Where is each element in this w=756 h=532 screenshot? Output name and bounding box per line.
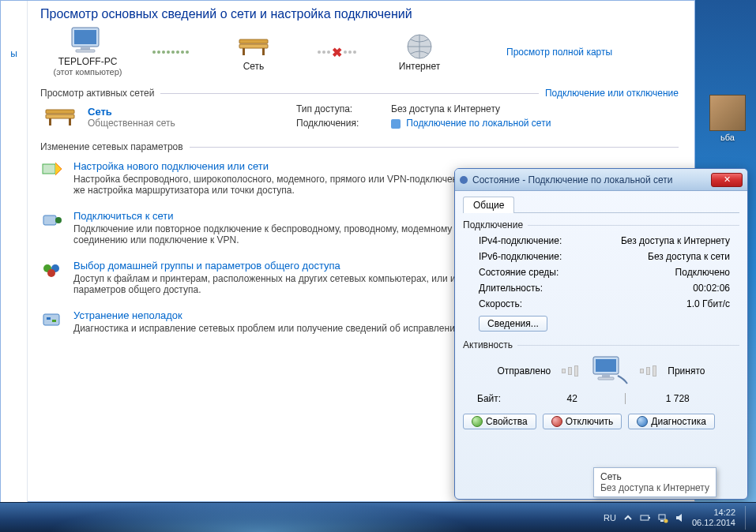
active-networks-header: Просмотр активных сетей Подключение или … bbox=[40, 88, 679, 99]
tab-general[interactable]: Общие bbox=[463, 197, 514, 213]
tray-up-icon[interactable] bbox=[622, 512, 634, 523]
tray-clock[interactable]: 14:22 06.12.2014 bbox=[692, 508, 735, 526]
svg-rect-5 bbox=[239, 44, 268, 48]
properties-button-label: Свойства bbox=[486, 416, 528, 427]
map-pc-label: TEPLOFF-PC bbox=[58, 56, 118, 67]
wizard-icon bbox=[40, 160, 64, 181]
ipv4-value: Без доступа к Интернету bbox=[605, 235, 735, 246]
network-type-label: Общественная сеть bbox=[88, 118, 175, 129]
dialog-titlebar[interactable]: Состояние - Подключение по локальной сет… bbox=[455, 169, 747, 191]
troubleshoot-icon bbox=[40, 309, 64, 330]
group-activity-label: Активность bbox=[463, 339, 513, 350]
dialog-sys-icon bbox=[460, 176, 468, 184]
taskbar[interactable]: RU 14:22 06.12.2014 bbox=[0, 502, 756, 532]
system-tray: RU 14:22 06.12.2014 bbox=[604, 506, 756, 530]
map-node-internet[interactable]: Интернет bbox=[372, 32, 467, 72]
dialog-tabs: Общие bbox=[463, 196, 739, 213]
access-grid: Тип доступа: Без доступа к Интернету Под… bbox=[296, 103, 551, 129]
dialog-title: Состояние - Подключение по локальной сет… bbox=[472, 174, 706, 185]
bytes-recv-value: 1 728 bbox=[630, 393, 726, 404]
svg-rect-25 bbox=[598, 377, 614, 380]
svg-rect-21 bbox=[52, 320, 56, 322]
settings-item-desc: Подключение или повторное подключение к … bbox=[73, 223, 500, 245]
svg-rect-26 bbox=[641, 515, 649, 520]
svg-rect-6 bbox=[243, 48, 245, 55]
access-type-label: Тип доступа: bbox=[296, 103, 383, 114]
media-value: Подключено bbox=[605, 267, 735, 278]
ipv4-label: IPv4-подключение: bbox=[479, 235, 605, 246]
map-net-label: Сеть bbox=[243, 61, 265, 72]
connect-disconnect-link[interactable]: Подключение или отключение bbox=[545, 88, 679, 99]
map-node-network[interactable]: Сеть bbox=[206, 32, 301, 72]
map-pc-sublabel: (этот компьютер) bbox=[53, 67, 122, 77]
connections-label: Подключения: bbox=[296, 118, 383, 129]
ipv6-value: Без доступа к сети bbox=[605, 251, 735, 262]
speed-label: Скорость: bbox=[479, 298, 605, 309]
svg-rect-3 bbox=[76, 50, 95, 52]
diagnostics-button[interactable]: Диагностика bbox=[628, 414, 715, 429]
svg-rect-12 bbox=[69, 118, 71, 126]
battery-icon[interactable] bbox=[640, 512, 651, 523]
dialog-buttons: Свойства Отключить Диагностика bbox=[463, 414, 739, 429]
svg-rect-28 bbox=[659, 515, 665, 519]
settings-item-title: Выбор домашней группы и параметров общег… bbox=[73, 260, 500, 272]
svg-rect-27 bbox=[649, 517, 650, 519]
diagnostics-icon bbox=[637, 416, 648, 427]
map-conn-net-internet: ✖ bbox=[309, 45, 364, 60]
svg-rect-14 bbox=[43, 215, 56, 225]
desktop-shortcut[interactable]: ьба bbox=[704, 95, 751, 142]
svg-point-18 bbox=[47, 269, 55, 277]
details-button-label: Сведения... bbox=[487, 318, 539, 329]
tray-date: 06.12.2014 bbox=[692, 518, 735, 527]
pc-network-icon bbox=[589, 355, 629, 387]
connect-icon bbox=[40, 210, 64, 230]
duration-label: Длительность: bbox=[479, 283, 605, 294]
svg-rect-4 bbox=[239, 39, 268, 43]
bytes-sep bbox=[625, 393, 626, 404]
connection-grid: IPv4-подключение: Без доступа к Интернет… bbox=[479, 235, 735, 309]
homegroup-icon bbox=[40, 260, 64, 280]
activity-bars-in-icon bbox=[640, 365, 656, 377]
recv-label: Принято bbox=[668, 365, 705, 377]
sidebar-sliver: ы bbox=[1, 1, 28, 503]
disable-button[interactable]: Отключить bbox=[543, 414, 622, 429]
svg-rect-29 bbox=[660, 520, 664, 522]
lan-connection-link[interactable]: Подключение по локальной сети bbox=[406, 118, 551, 129]
bytes-label: Байт: bbox=[477, 393, 525, 404]
network-tooltip: Сеть Без доступа к Интернету bbox=[593, 467, 717, 497]
group-connection-label: Подключение bbox=[463, 219, 523, 230]
group-connection: Подключение bbox=[463, 219, 739, 230]
change-settings-label: Изменение сетевых параметров bbox=[40, 141, 183, 152]
details-button[interactable]: Сведения... bbox=[479, 316, 547, 332]
tooltip-line2: Без доступа к Интернету bbox=[600, 482, 709, 493]
close-button[interactable]: ✕ bbox=[711, 173, 743, 187]
network-tray-icon[interactable] bbox=[657, 512, 668, 523]
properties-button[interactable]: Свойства bbox=[463, 414, 536, 429]
active-network-row: Сеть Общественная сеть Тип доступа: Без … bbox=[40, 103, 679, 130]
lang-indicator[interactable]: RU bbox=[604, 513, 616, 523]
svg-rect-13 bbox=[43, 164, 55, 174]
change-settings-header: Изменение сетевых параметров bbox=[40, 141, 679, 152]
lan-adapter-icon bbox=[391, 119, 401, 129]
bytes-sent-value: 42 bbox=[525, 393, 620, 404]
desktop-shortcut-label: ьба bbox=[704, 133, 751, 142]
show-desktop-button[interactable] bbox=[745, 506, 751, 530]
network-name-link[interactable]: Сеть bbox=[88, 106, 175, 118]
active-network-block[interactable]: Сеть Общественная сеть bbox=[40, 103, 277, 130]
pc-icon bbox=[69, 28, 107, 56]
svg-point-15 bbox=[55, 217, 62, 223]
group-activity: Активность bbox=[463, 339, 739, 350]
volume-icon[interactable] bbox=[675, 512, 686, 523]
active-networks-label: Просмотр активных сетей bbox=[40, 88, 154, 99]
svg-point-30 bbox=[664, 519, 668, 523]
activity-bars-out-icon bbox=[562, 365, 578, 377]
bench-icon bbox=[40, 103, 80, 130]
svg-rect-23 bbox=[596, 359, 616, 372]
svg-rect-11 bbox=[49, 118, 51, 126]
settings-item-desc: Диагностика и исправление сетевых пробле… bbox=[73, 323, 463, 334]
settings-item-desc: Доступ к файлам и принтерам, расположенн… bbox=[73, 273, 500, 295]
map-node-pc[interactable]: TEPLOFF-PC (этот компьютер) bbox=[40, 28, 135, 77]
desktop-shortcut-icon bbox=[709, 95, 746, 131]
view-full-map-link[interactable]: Просмотр полной карты bbox=[506, 47, 612, 58]
globe-icon bbox=[401, 32, 438, 61]
